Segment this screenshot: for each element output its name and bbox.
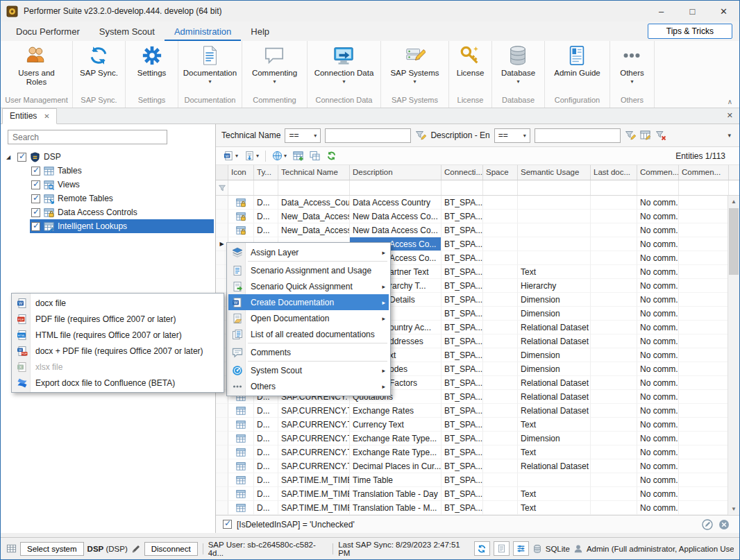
close-filter-button[interactable] bbox=[718, 519, 730, 530]
menu-item-system-scout[interactable]: System Scout▸ bbox=[228, 362, 389, 378]
ribbon-button-admin-guide[interactable]: Admin Guide bbox=[552, 44, 602, 78]
checkbox[interactable] bbox=[31, 208, 40, 217]
table-row[interactable]: D...SAP.CURRENCY.TACurrency TextBT_SPA..… bbox=[216, 418, 739, 432]
header-cell-connecti[interactable]: Connecti... bbox=[442, 165, 483, 180]
ribbon-button-database[interactable]: Database▾ bbox=[499, 44, 537, 85]
tree-expander-icon[interactable]: ◢ bbox=[1, 154, 16, 160]
header-cell-icon[interactable]: Icon bbox=[228, 165, 254, 180]
tree-item-views[interactable]: Views bbox=[1, 178, 215, 192]
filter-cell[interactable] bbox=[254, 180, 278, 195]
edit-filter-button[interactable] bbox=[702, 519, 713, 530]
header-cell-space[interactable]: Space bbox=[483, 165, 518, 180]
table-row[interactable]: D...SAP.CURRENCY.TAExchange Rate Type...… bbox=[216, 446, 739, 459]
filter-operator-1-dropdown[interactable]: == ▾ bbox=[285, 128, 321, 143]
checkbox[interactable] bbox=[31, 194, 40, 203]
select-system-button[interactable]: Select system bbox=[20, 542, 84, 556]
tree-item-dsp[interactable]: ◢DSP bbox=[1, 150, 215, 164]
menu-item-docx-file[interactable]: Wdocx file bbox=[13, 295, 222, 311]
filter-bar-chevron-icon[interactable]: ▾ bbox=[728, 132, 734, 139]
table-row[interactable]: D...SAP.TIME.M_TIME_Translation Table - … bbox=[216, 487, 739, 501]
filter-cell[interactable] bbox=[518, 180, 591, 195]
filter-value-2-input[interactable] bbox=[535, 128, 621, 143]
tree-item-remote-tables[interactable]: Remote Tables bbox=[1, 192, 215, 205]
tree-item-tables[interactable]: Tables bbox=[1, 164, 215, 178]
table-row[interactable]: D...New_Data_Access_New Data Access Co..… bbox=[216, 210, 739, 223]
table-row[interactable]: D...SAP.TIME.M_TIME_Translation Table - … bbox=[216, 501, 739, 515]
ribbon-button-sap-sync[interactable]: SAP Sync. bbox=[78, 44, 120, 78]
clear-filter-icon[interactable] bbox=[655, 130, 666, 141]
ribbon-button-commenting[interactable]: Commenting▾ bbox=[250, 44, 299, 85]
menu-item-comments[interactable]: Comments bbox=[228, 344, 389, 360]
ribbon-button-users-and-roles[interactable]: Users and Roles bbox=[16, 44, 56, 87]
tips-tricks-button[interactable]: Tips & Tricks bbox=[648, 24, 732, 39]
header-cell-commen[interactable]: Commen... bbox=[679, 165, 729, 180]
ribbon-button-connection-data[interactable]: Connection Data▾ bbox=[312, 44, 376, 85]
menu-item-export-docx-file-to-confluence-beta[interactable]: Export docx file to Confluence (BETA) bbox=[13, 375, 222, 391]
checkbox[interactable] bbox=[31, 180, 40, 189]
filter-cell[interactable] bbox=[679, 180, 729, 195]
disconnect-button[interactable]: Disconnect bbox=[144, 542, 198, 556]
column-chooser-icon[interactable] bbox=[640, 130, 651, 141]
ribbon-tab-docu-performer[interactable]: Docu Performer bbox=[6, 22, 90, 41]
filter-cell[interactable] bbox=[228, 180, 254, 195]
scroll-down-icon[interactable]: ▼ bbox=[728, 503, 739, 515]
toolbar-button-globe[interactable]: ▾ bbox=[270, 149, 289, 162]
filter-edit-icon-2[interactable] bbox=[625, 130, 636, 141]
ribbon-button-license[interactable]: License bbox=[455, 44, 487, 78]
ribbon-button-documentation[interactable]: Documentation▾ bbox=[181, 44, 239, 85]
table-row[interactable]: D...SAP.CURRENCY.TAExchange Rate Type...… bbox=[216, 432, 739, 446]
ribbon-button-sap-systems[interactable]: SAP Systems▾ bbox=[388, 44, 441, 85]
filter-active-checkbox[interactable] bbox=[223, 520, 232, 529]
table-row[interactable]: D...SAP.TIME.M_TIME_Time TableBT_SPA...N… bbox=[216, 473, 739, 487]
filter-edit-icon-1[interactable] bbox=[415, 130, 426, 141]
ribbon-button-others[interactable]: Others▾ bbox=[618, 44, 646, 85]
menu-item-create-documentation[interactable]: WCreate Documentation▸ bbox=[228, 294, 389, 310]
header-cell-technical-name[interactable]: Technical Name bbox=[278, 165, 350, 180]
sync-log-button[interactable] bbox=[494, 541, 510, 556]
header-cell-semantic-usage[interactable]: Semantic Usage bbox=[518, 165, 591, 180]
filter-value-1-input[interactable] bbox=[325, 128, 411, 143]
table-row[interactable]: D...SAP.CURRENCY.TADecimal Places in Cur… bbox=[216, 459, 739, 473]
checkbox[interactable] bbox=[17, 153, 26, 162]
filter-cell[interactable] bbox=[442, 180, 483, 195]
menu-item-html-file-requires-office-2007-or-later[interactable]: HTMLHTML file (requires Office 2007 or l… bbox=[13, 327, 222, 343]
header-cell-ty[interactable]: Ty... bbox=[254, 165, 278, 180]
sync-settings-button[interactable] bbox=[513, 541, 529, 556]
toolbar-button-word-doc[interactable]: W▾ bbox=[221, 149, 240, 162]
edit-system-icon[interactable] bbox=[131, 544, 141, 554]
menu-item-pdf-file-requires-office-2007-or-later[interactable]: PDFPDF file (requires Office 2007 or lat… bbox=[13, 311, 222, 327]
vertical-scrollbar[interactable]: ▲ ▼ bbox=[728, 196, 739, 515]
menu-item-docx-pdf-file-requires-office-2007-or-later[interactable]: WPDFdocx + PDF file (requires Office 200… bbox=[13, 343, 222, 359]
scroll-up-icon[interactable]: ▲ bbox=[728, 196, 739, 207]
header-cell-commen[interactable]: Commen... bbox=[637, 165, 679, 180]
ribbon-tab-system-scout[interactable]: System Scout bbox=[90, 22, 165, 41]
tree-item-intelligent-lookups[interactable]: Intelligent Lookups bbox=[1, 219, 215, 233]
menu-item-open-documentation[interactable]: Open Documentation▸ bbox=[228, 310, 389, 326]
tab-entities[interactable]: Entities ✕ bbox=[2, 108, 57, 124]
menu-item-list-of-all-created-documentations[interactable]: List of all created documentations bbox=[228, 326, 389, 342]
filter-cell[interactable] bbox=[637, 180, 679, 195]
tree-item-data-access-controls[interactable]: Data Access Controls bbox=[1, 205, 215, 219]
header-cell-last-doc[interactable]: Last doc... bbox=[591, 165, 637, 180]
table-row[interactable]: D...New_Data_Access_New Data Access Co..… bbox=[216, 223, 739, 237]
close-tab-icon[interactable]: ✕ bbox=[44, 112, 49, 120]
maximize-button[interactable]: □ bbox=[677, 1, 708, 22]
toolbar-button-doc-export[interactable]: ▾ bbox=[242, 149, 261, 162]
collapse-ribbon-icon[interactable]: ∧ bbox=[728, 98, 732, 105]
minimize-button[interactable]: – bbox=[646, 1, 677, 22]
close-button[interactable]: ✕ bbox=[708, 1, 739, 22]
scrollbar-thumb[interactable] bbox=[729, 208, 739, 275]
filter-cell[interactable] bbox=[278, 180, 350, 195]
menu-item-scenario-quick-assignment[interactable]: Scenario Quick Assignment▸ bbox=[228, 278, 389, 294]
menu-item-others[interactable]: Others▸ bbox=[228, 378, 389, 394]
status-grid-icon[interactable] bbox=[6, 543, 17, 554]
ribbon-button-settings[interactable]: Settings bbox=[135, 44, 169, 78]
filter-cell[interactable] bbox=[350, 180, 442, 195]
sync-now-button[interactable] bbox=[474, 541, 490, 556]
toolbar-button-refresh[interactable] bbox=[324, 149, 339, 162]
checkbox[interactable] bbox=[31, 167, 40, 176]
filter-expression[interactable]: [IsDeletedInSAP] = 'Unchecked' bbox=[237, 520, 355, 529]
filter-cell[interactable] bbox=[483, 180, 518, 195]
filter-operator-2-dropdown[interactable]: == ▾ bbox=[494, 128, 530, 143]
toolbar-button-table-copy[interactable] bbox=[308, 149, 322, 162]
